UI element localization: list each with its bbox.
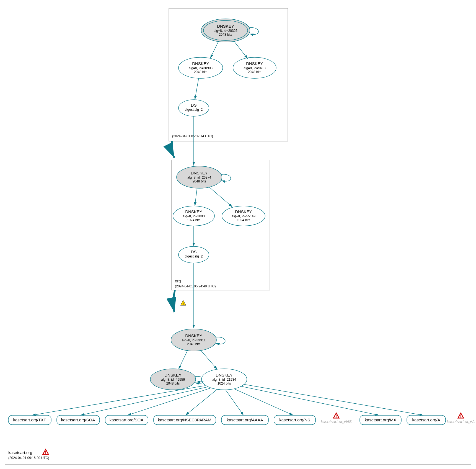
svg-text:DNSKEY: DNSKEY — [235, 209, 252, 214]
rr-nsec3param: kasetsart.org/NSEC3PARAM — [154, 415, 216, 425]
error-icon: ! — [43, 449, 48, 455]
svg-text:DNSKEY: DNSKEY — [164, 373, 182, 377]
svg-text:DNSKEY: DNSKEY — [185, 209, 202, 214]
node-org-zsk2: DNSKEY alg=8, id=55149 1024 bits — [222, 206, 265, 226]
svg-text:kasetsart.org/AAAA: kasetsart.org/AAAA — [227, 418, 263, 422]
svg-text:kasetsart.org/A: kasetsart.org/A — [447, 419, 475, 424]
zone-root-ts: (2024-04-01 05:32:14 UTC) — [172, 134, 213, 138]
svg-text:!: ! — [460, 414, 461, 418]
error-icon: ! — [333, 413, 339, 418]
svg-text:DNSKEY: DNSKEY — [217, 24, 234, 29]
rr-soa1: kasetsart.org/SOA — [57, 415, 100, 425]
svg-text:1024 bits: 1024 bits — [187, 218, 201, 222]
svg-text:alg=8, id=30903: alg=8, id=30903 — [189, 66, 213, 70]
rr-mx: kasetsart.org/MX — [360, 415, 401, 425]
svg-text:kasetsart.org/TXT: kasetsart.org/TXT — [13, 418, 46, 422]
svg-text:kasetsart.org/A: kasetsart.org/A — [412, 418, 440, 422]
zone-org-label: org — [175, 279, 181, 283]
svg-text:1024 bits: 1024 bits — [218, 382, 231, 385]
zone-k-ts: (2024-04-01 09:16:20 UTC) — [8, 456, 49, 460]
rr-ns: kasetsart.org/NS — [274, 415, 315, 425]
svg-text:!: ! — [45, 450, 46, 455]
svg-text:2048 bits: 2048 bits — [248, 70, 262, 74]
zone-kasetsart: kasetsart.org (2024-04-01 09:16:20 UTC) … — [5, 315, 475, 465]
svg-text:kasetsart.org/SOA: kasetsart.org/SOA — [61, 418, 95, 422]
zone-k-label: kasetsart.org — [8, 450, 32, 455]
rr-soa2: kasetsart.org/SOA — [105, 415, 148, 425]
dnssec-graph: . (2024-04-01 05:32:14 UTC) DNSKEY alg=8… — [0, 0, 476, 469]
node-root-zsk1: DNSKEY alg=8, id=30903 2048 bits — [178, 57, 223, 78]
svg-text:kasetsart.org/NS: kasetsart.org/NS — [279, 418, 310, 422]
svg-text:alg=8, id=55149: alg=8, id=55149 — [232, 214, 255, 218]
node-org-ds: DS digest alg=2 — [178, 246, 209, 263]
node-org-zsk1: DNSKEY alg=8, id=3093 1024 bits — [173, 206, 214, 226]
svg-text:!: ! — [183, 302, 184, 305]
svg-text:2048 bits: 2048 bits — [219, 33, 232, 37]
svg-text:2048 bits: 2048 bits — [194, 70, 208, 74]
svg-text:1024 bits: 1024 bits — [237, 218, 250, 222]
svg-text:digest alg=2: digest alg=2 — [185, 254, 203, 258]
svg-text:alg=8, id=20326: alg=8, id=20326 — [214, 29, 237, 33]
svg-text:DS: DS — [191, 249, 197, 254]
svg-text:alg=8, id=33311: alg=8, id=33311 — [182, 338, 206, 342]
svg-text:kasetsart.org/SOA: kasetsart.org/SOA — [110, 418, 144, 422]
node-root-ds: DS digest alg=2 — [178, 100, 209, 116]
svg-text:alg=8, id=26974: alg=8, id=26974 — [187, 176, 211, 179]
error-icon: ! — [458, 413, 464, 418]
svg-text:2048 bits: 2048 bits — [187, 342, 201, 346]
rr-a-faded: kasetsart.org/A ! — [447, 413, 475, 424]
rr-a: kasetsart.org/A — [407, 415, 446, 425]
node-k-ksk: DNSKEY alg=8, id=33311 2048 bits — [171, 329, 225, 351]
svg-text:kasetsart.org/NSEC3PARAM: kasetsart.org/NSEC3PARAM — [158, 418, 211, 422]
svg-text:DNSKEY: DNSKEY — [191, 171, 208, 175]
svg-text:2048 bits: 2048 bits — [166, 382, 180, 385]
rr-txt: kasetsart.org/TXT — [8, 415, 51, 425]
node-k-zsk1: DNSKEY alg=8, id=45556 2048 bits — [150, 369, 205, 390]
node-k-zsk2: DNSKEY alg=8, id=21934 1024 bits — [201, 369, 247, 390]
svg-rect-34 — [5, 315, 471, 465]
svg-text:DNSKEY: DNSKEY — [192, 61, 209, 66]
svg-text:DNSKEY: DNSKEY — [185, 333, 202, 338]
svg-text:!: ! — [336, 414, 337, 418]
svg-text:alg=8, id=3093: alg=8, id=3093 — [183, 214, 205, 218]
node-root-zsk2: DNSKEY alg=8, id=5613 2048 bits — [233, 57, 276, 78]
rr-aaaa: kasetsart.org/AAAA — [221, 415, 268, 425]
svg-text:DNSKEY: DNSKEY — [246, 61, 263, 66]
zone-root-label: . — [172, 128, 173, 133]
svg-text:alg=8, id=21934: alg=8, id=21934 — [212, 378, 236, 382]
zone-org: org (2024-04-01 05:24:49 UTC) DNSKEY alg… — [172, 160, 270, 290]
svg-text:kasetsart.org/NS: kasetsart.org/NS — [321, 419, 352, 424]
warning-icon: ! — [180, 300, 186, 305]
zone-org-ts: (2024-04-01 05:24:49 UTC) — [175, 284, 216, 288]
zone-root: . (2024-04-01 05:32:14 UTC) DNSKEY alg=8… — [169, 8, 288, 141]
delegation-root-org — [172, 141, 174, 158]
delegation-org-k — [173, 290, 175, 312]
rr-ns-faded: kasetsart.org/NS ! — [321, 413, 352, 424]
svg-text:digest alg=2: digest alg=2 — [185, 108, 203, 112]
svg-text:kasetsart.org/MX: kasetsart.org/MX — [365, 418, 396, 422]
svg-text:2048 bits: 2048 bits — [193, 179, 206, 183]
node-root-ksk: DNSKEY alg=8, id=20326 2048 bits — [201, 19, 258, 42]
svg-text:DNSKEY: DNSKEY — [216, 373, 233, 377]
node-org-ksk: DNSKEY alg=8, id=26974 2048 bits — [177, 166, 231, 188]
rrset-row: kasetsart.org/TXT kasetsart.org/SOA kase… — [8, 413, 475, 425]
svg-text:DS: DS — [191, 103, 197, 107]
svg-text:alg=8, id=5613: alg=8, id=5613 — [244, 66, 266, 70]
svg-text:alg=8, id=45556: alg=8, id=45556 — [161, 378, 185, 382]
